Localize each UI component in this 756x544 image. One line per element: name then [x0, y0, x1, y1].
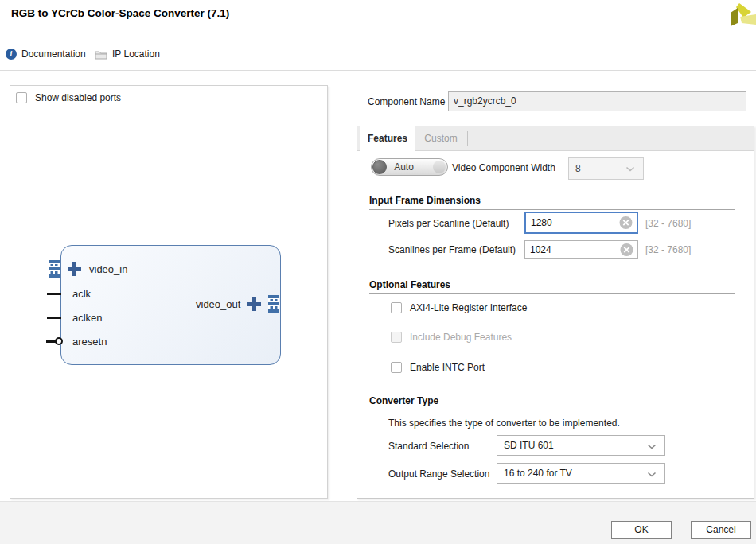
- pixels-per-scanline-label: Pixels per Scanline (Default): [388, 218, 509, 229]
- documentation-button[interactable]: Documentation: [6, 49, 86, 60]
- block-diagram-panel: Show disabled ports video_in aclk aclken…: [10, 85, 328, 499]
- debug-features-label: Include Debug Features: [410, 332, 512, 343]
- xilinx-logo-icon: [719, 2, 756, 41]
- show-disabled-ports-row[interactable]: Show disabled ports: [16, 92, 121, 103]
- header-divider: [0, 70, 756, 71]
- port-stub-aclken: [47, 317, 61, 319]
- section-rule: [369, 293, 735, 294]
- video-component-width-value: 8: [575, 163, 581, 174]
- show-disabled-ports-checkbox[interactable]: [16, 92, 27, 103]
- pixels-range-hint: [32 - 7680]: [645, 218, 691, 229]
- tab-divider: [467, 131, 468, 146]
- bus-interface-icon: [49, 260, 60, 278]
- info-icon: [6, 49, 17, 60]
- standard-selection-value: SD ITU 601: [504, 440, 554, 451]
- debug-features-checkbox-row: Include Debug Features: [391, 332, 512, 343]
- port-video-in[interactable]: video_in: [49, 260, 127, 278]
- component-name-label: Component Name: [368, 96, 445, 107]
- clear-value-icon[interactable]: [619, 216, 633, 230]
- pixels-per-scanline-input-wrap: [524, 212, 638, 234]
- scanlines-per-frame-input-wrap: [524, 240, 638, 259]
- converter-type-description: This specifies the type of converter to …: [388, 418, 620, 429]
- debug-features-checkbox: [391, 332, 402, 343]
- expand-plus-icon[interactable]: [247, 297, 261, 311]
- chevron-down-icon: [647, 472, 657, 477]
- section-rule: [369, 410, 735, 410]
- standard-selection-dropdown[interactable]: SD ITU 601: [497, 435, 665, 456]
- port-label-video-out: video_out: [196, 298, 240, 310]
- port-label-aclk: aclk: [72, 288, 91, 300]
- output-range-selection-value: 16 to 240 for TV: [504, 468, 572, 479]
- ip-location-button[interactable]: IP Location: [95, 49, 160, 60]
- port-label-aresetn: aresetn: [72, 336, 107, 348]
- axi4-lite-label: AXI4-Lite Register Interface: [410, 302, 527, 313]
- output-range-selection-label: Output Range Selection: [388, 468, 489, 480]
- clear-value-icon[interactable]: [620, 243, 633, 257]
- port-video-out[interactable]: video_out: [196, 295, 279, 313]
- intc-port-checkbox[interactable]: [391, 362, 402, 373]
- chevron-down-icon: [647, 444, 657, 449]
- scanlines-per-frame-label: Scanlines per Frame (Default): [388, 244, 516, 255]
- tab-custom[interactable]: Custom: [415, 126, 467, 152]
- section-rule: [369, 209, 735, 210]
- video-component-width-dropdown[interactable]: 8: [568, 157, 644, 180]
- port-stub-aclk: [47, 293, 61, 295]
- tab-bar: Features Custom: [357, 126, 754, 151]
- expand-plus-icon[interactable]: [68, 262, 81, 276]
- show-disabled-ports-label: Show disabled ports: [35, 92, 121, 103]
- ok-button[interactable]: OK: [611, 521, 672, 539]
- port-label-video-in: video_in: [89, 263, 127, 275]
- video-component-width-label: Video Component Width: [452, 162, 555, 173]
- ip-location-label: IP Location: [112, 49, 160, 60]
- section-input-frame-dimensions: Input Frame Dimensions: [369, 195, 481, 206]
- intc-port-label: Enable INTC Port: [410, 362, 485, 373]
- page-title: RGB to YCrCb Color-Space Converter (7.1): [11, 7, 229, 19]
- axi4-lite-checkbox-row[interactable]: AXI4-Lite Register Interface: [391, 302, 527, 313]
- axi4-lite-checkbox[interactable]: [391, 302, 402, 313]
- intc-port-checkbox-row[interactable]: Enable INTC Port: [391, 362, 485, 373]
- component-name-field[interactable]: v_rgb2ycrcb_0: [448, 91, 746, 111]
- active-low-bubble-icon: [55, 337, 63, 345]
- tab-features[interactable]: Features: [360, 126, 415, 152]
- auto-manual-toggle[interactable]: Auto: [371, 158, 448, 176]
- chevron-down-icon: [625, 166, 635, 172]
- port-label-aclken: aclken: [72, 312, 103, 324]
- documentation-label: Documentation: [21, 49, 86, 60]
- section-converter-type: Converter Type: [369, 395, 438, 406]
- output-range-selection-dropdown[interactable]: 16 to 240 for TV: [497, 463, 665, 484]
- toggle-label: Auto: [372, 159, 436, 175]
- bus-interface-icon: [268, 295, 279, 313]
- folder-icon: [95, 49, 107, 60]
- config-panel: Features Custom Auto Video Component Wid…: [357, 126, 754, 499]
- scanlines-range-hint: [32 - 7680]: [645, 244, 691, 255]
- section-optional-features: Optional Features: [369, 279, 450, 290]
- cancel-button[interactable]: Cancel: [691, 521, 751, 539]
- standard-selection-label: Standard Selection: [388, 441, 469, 452]
